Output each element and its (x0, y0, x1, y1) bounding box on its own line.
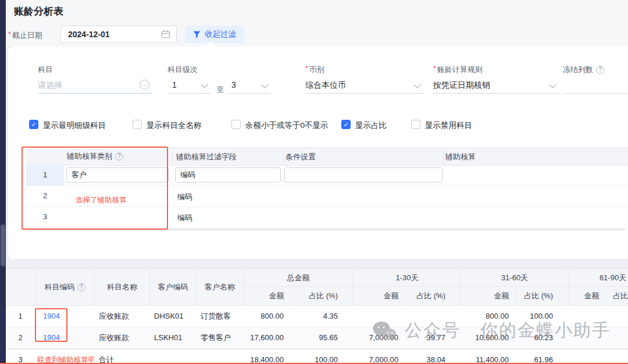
checkbox-label[interactable]: 余额小于或等于0不显示 (245, 120, 329, 131)
report-table-header: 科目编码? 科目名称 客户编码 客户名称 总金额 金额 占比 (%) 1-30天… (6, 269, 628, 306)
sub-header-pct: 占比 (%) (516, 287, 568, 305)
chevron-down-icon (201, 81, 208, 88)
due-date-input[interactable] (67, 29, 161, 40)
horizontal-scrollbar[interactable] (29, 229, 625, 230)
currency-select[interactable]: 综合本位币 (305, 77, 424, 94)
customer-name-cell: 订货散客 (196, 306, 243, 327)
aux-row-number: 2 (26, 191, 64, 200)
aux-table-row (26, 206, 628, 228)
d1-30-amount-cell: 7,000.00 (353, 349, 405, 364)
d31-60-amount-cell: 11,400.00 (461, 349, 516, 364)
checkbox-show-percentage[interactable]: ✓ (341, 120, 351, 129)
checkbox-show-full-name[interactable]: ✓ (133, 120, 142, 129)
checkbox-label[interactable]: 显示占比 (355, 120, 387, 131)
annotation-aux-note: 选择了辅助核算 (76, 195, 127, 205)
total-pct-cell: 100.00 (291, 349, 353, 364)
d31-60-amount-cell: 800.00 (461, 306, 516, 327)
header-group-total: 总金额 金额 占比 (%) (243, 269, 353, 305)
aging-rule-label: *账龄计算规则 (433, 65, 483, 75)
funnel-icon (193, 31, 201, 38)
header-customer-code[interactable]: 客户编码 (149, 269, 196, 305)
divider (283, 147, 283, 165)
group-label: 61-90天 (569, 269, 628, 287)
required-marker: * (305, 65, 308, 73)
level-to-label: 至 (217, 85, 224, 95)
aux-condition-input[interactable] (284, 167, 443, 183)
header-subject-name[interactable]: 科目名称 (94, 269, 149, 305)
aging-rule-value: 按凭证日期核销 (433, 80, 490, 91)
total-pct-cell: 95.65 (291, 327, 353, 348)
group-label: 1-30天 (354, 269, 461, 287)
d31-60-pct-cell: 61.96 (516, 349, 568, 364)
sub-header-pct: 占比 (%) (291, 287, 353, 305)
subject-select[interactable]: 请选择 … (38, 77, 152, 94)
aux-header-aux: 辅助核算 (445, 152, 476, 162)
d61-90-pct-cell (606, 327, 628, 348)
chevron-down-icon (549, 81, 556, 88)
d61-90-pct-cell (606, 306, 628, 327)
aux-filter-field-value[interactable]: 编码 (177, 192, 192, 202)
checkbox-label[interactable]: 显示禁用科目 (425, 120, 472, 131)
d61-90-amount-cell (568, 306, 606, 327)
group-label: 31-60天 (461, 269, 568, 287)
checkbox-label[interactable]: 显示最明细级科目 (43, 120, 106, 131)
due-date-field[interactable] (60, 26, 177, 43)
sub-header-amount: 金额 (461, 287, 516, 305)
total-amount-cell: 17,600.00 (243, 327, 291, 348)
table-row-total: 3 联查到辅助核算明细账 合计 18,400.00 100.00 7,000.0… (6, 349, 628, 364)
subject-code-link[interactable]: 1904 (43, 333, 60, 342)
checkbox-label[interactable]: 显示科目全名称 (147, 120, 202, 131)
total-amount-cell: 800.00 (243, 306, 291, 327)
sidebar-collapsed-strip[interactable] (0, 0, 6, 364)
header-customer-name[interactable]: 客户名称 (196, 269, 243, 305)
divider (172, 147, 173, 165)
customer-code-cell (149, 349, 196, 364)
checkbox-show-detail-level[interactable]: ✓ (29, 120, 38, 129)
d1-30-amount-cell: 7,000.00 (353, 327, 405, 348)
level-label: 科目级次 (167, 65, 198, 75)
subject-code-link[interactable]: 1904 (43, 312, 60, 320)
ellipsis-icon[interactable]: … (140, 80, 149, 90)
d1-30-pct-cell (405, 306, 461, 327)
header-subject-code[interactable]: 科目编码? (35, 269, 94, 305)
aux-filter-field-value[interactable]: 编码 (177, 213, 192, 223)
divider (443, 147, 444, 165)
d61-90-amount-cell (568, 327, 606, 348)
d61-90-pct-cell (606, 349, 628, 364)
header-group-31-60: 31-60天 金额 占比 (%) (461, 269, 568, 305)
aux-filter-field-input[interactable] (175, 167, 281, 183)
checkbox-show-disabled[interactable]: ✓ (411, 120, 420, 129)
level-to-select[interactable]: 3 (227, 77, 271, 94)
calendar-icon[interactable] (161, 30, 170, 39)
row-number: 2 (6, 327, 35, 348)
question-circle-icon[interactable]: ? (596, 66, 604, 74)
page-title: 账龄分析表 (14, 5, 63, 18)
d61-90-amount-cell (568, 349, 606, 364)
aux-category-input[interactable] (66, 167, 169, 183)
frozen-columns-input[interactable] (563, 77, 628, 94)
aux-header-category: 辅助核算类别? (67, 151, 123, 162)
total-pct-cell: 4.35 (291, 306, 353, 327)
chevron-down-icon (413, 81, 421, 88)
customer-code-cell: LSKH01 (149, 327, 196, 348)
group-label: 总金额 (244, 269, 353, 287)
level-from-select[interactable]: 1 (167, 77, 210, 94)
aging-report-table: 科目编码? 科目名称 客户编码 客户名称 总金额 金额 占比 (%) 1-30天… (6, 268, 628, 364)
row-number: 1 (6, 306, 35, 327)
customer-name-cell: 零售客户 (196, 327, 243, 348)
required-marker: * (8, 30, 11, 38)
aging-rule-select[interactable]: 按凭证日期核销 (433, 77, 560, 94)
question-circle-icon[interactable]: ? (115, 152, 123, 160)
sidebar-drag-handle[interactable] (1, 224, 5, 266)
total-amount-cell: 18,400.00 (243, 349, 291, 364)
collapse-filter-button[interactable]: 收起过滤 (185, 26, 244, 43)
subject-label: 科目 (38, 65, 53, 75)
checkbox-hide-zero-balance[interactable]: ✓ (231, 120, 241, 129)
question-circle-icon[interactable]: ? (77, 283, 85, 291)
currency-value: 综合本位币 (305, 80, 346, 91)
customer-name-cell (196, 349, 243, 364)
sub-header-pct: 占比 (%) (606, 287, 628, 305)
subject-name-cell: 应收账款 (94, 327, 149, 348)
header-group-61-90: 61-90天 金额 占比 (%) (568, 269, 628, 305)
header-row-number (6, 269, 35, 305)
